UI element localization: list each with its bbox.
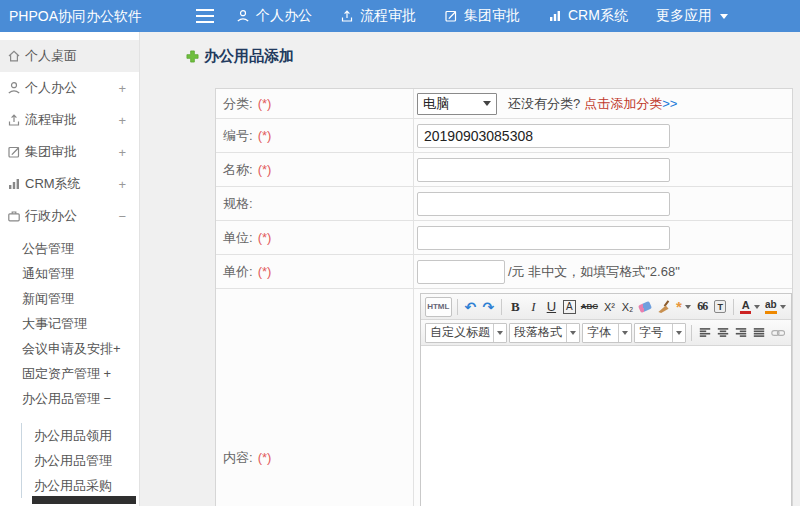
sidebar-item-label: 个人桌面: [25, 47, 77, 65]
sidebar-item-label: CRM系统: [25, 175, 81, 193]
bar-chart-icon: [548, 9, 562, 23]
chevron-down-icon: [720, 14, 728, 19]
dropdown-caret-icon: [685, 305, 691, 309]
expand-toggle[interactable]: +: [118, 113, 126, 128]
required-mark: (*): [258, 162, 272, 177]
sidebar-item-supplies-manage[interactable]: 办公用品管理: [22, 448, 139, 473]
autotypeset-button[interactable]: *: [674, 297, 692, 317]
strikethrough-button[interactable]: ABC: [579, 297, 599, 317]
editor-content-area[interactable]: [421, 346, 791, 506]
blockquote-button[interactable]: 66: [694, 297, 710, 317]
user-icon: [7, 81, 21, 95]
clipboard-icon: T: [714, 300, 726, 313]
italic-button[interactable]: I: [525, 297, 541, 317]
home-icon: [7, 49, 21, 63]
redo-button[interactable]: ↷: [480, 297, 496, 317]
insert-link-button[interactable]: [769, 323, 787, 343]
required-mark: (*): [258, 96, 272, 111]
sidebar-item-group-approval[interactable]: 集团审批 +: [0, 136, 139, 168]
sidebar-item-meeting-mgmt[interactable]: 会议申请及安排+: [0, 336, 139, 361]
spec-input[interactable]: [417, 192, 670, 216]
align-center-icon: [717, 326, 729, 339]
align-justify-button[interactable]: [751, 323, 767, 343]
magic-wand-icon: *: [676, 298, 682, 315]
subscript-button[interactable]: X₂: [619, 297, 635, 317]
form-row-spec: 规格:: [216, 187, 792, 221]
hamburger-menu-icon[interactable]: [196, 9, 214, 23]
topnav-label: 个人办公: [256, 7, 312, 25]
font-family-select[interactable]: 字体: [582, 323, 632, 343]
sidebar: 个人桌面 个人办公 + 流程审批 + 集团审批 + CRM系统 + 行政办公 −…: [0, 32, 140, 506]
highlight-color-button[interactable]: ab: [764, 297, 787, 317]
category-hint: 还没有分类?点击添加分类>>: [508, 95, 677, 113]
remove-format-button[interactable]: [637, 297, 653, 317]
sidebar-item-news-mgmt[interactable]: 新闻管理: [0, 286, 139, 311]
topnav-workflow-approval[interactable]: 流程审批: [340, 7, 416, 25]
expand-toggle[interactable]: +: [118, 81, 126, 96]
form-row-code: 编号:(*): [216, 119, 792, 153]
undo-button[interactable]: ↶: [462, 297, 478, 317]
format-brush-button[interactable]: [655, 297, 672, 317]
sidebar-item-notice-mgmt[interactable]: 通知管理: [0, 261, 139, 286]
font-size-select[interactable]: 字号: [634, 323, 686, 343]
add-plus-icon: [186, 50, 199, 63]
flow-upload-icon: [340, 9, 354, 23]
code-input[interactable]: [417, 124, 670, 148]
superscript-button[interactable]: X²: [601, 297, 617, 317]
bar-chart-icon: [7, 177, 21, 191]
underline-button[interactable]: U: [543, 297, 559, 317]
topnav-label: 流程审批: [360, 7, 416, 25]
dropdown-caret-icon: [622, 331, 628, 335]
eraser-icon: [638, 300, 652, 312]
paste-as-text-button[interactable]: T: [712, 297, 728, 317]
name-input[interactable]: [417, 158, 670, 182]
sidebar-item-assets-mgmt[interactable]: 固定资产管理 +: [0, 361, 139, 386]
user-icon: [236, 9, 250, 23]
expand-toggle[interactable]: +: [118, 177, 126, 192]
sidebar-item-events-mgmt[interactable]: 大事记管理: [0, 311, 139, 336]
form-row-name: 名称:(*): [216, 153, 792, 187]
toolbar-separator: [457, 299, 458, 315]
topnav-more-apps[interactable]: 更多应用: [656, 7, 728, 25]
topnav-crm[interactable]: CRM系统: [548, 7, 628, 25]
sidebar-item-supplies-mgmt[interactable]: 办公用品管理 −: [0, 386, 139, 411]
toolbar-separator: [501, 299, 502, 315]
sidebar-item-desktop[interactable]: 个人桌面: [0, 40, 139, 72]
sidebar-item-workflow-approval[interactable]: 流程审批 +: [0, 104, 139, 136]
flow-upload-icon: [7, 113, 21, 127]
expand-toggle[interactable]: +: [118, 145, 126, 160]
sidebar-item-supplies-claim[interactable]: 办公用品领用: [22, 423, 139, 448]
bold-button[interactable]: B: [507, 297, 523, 317]
topnav-personal-office[interactable]: 个人办公: [236, 7, 312, 25]
font-color-button[interactable]: A: [739, 297, 762, 317]
red-color-bar: [740, 311, 751, 314]
category-select[interactable]: 电脑: [417, 93, 497, 115]
price-input[interactable]: [417, 260, 505, 284]
sidebar-partial-hidden-item: [32, 496, 136, 504]
dropdown-caret-icon: [570, 331, 576, 335]
align-left-button[interactable]: [697, 323, 713, 343]
collapse-toggle[interactable]: −: [118, 209, 126, 224]
sidebar-item-announcement-mgmt[interactable]: 公告管理: [0, 236, 139, 261]
topnav-label: 集团审批: [464, 7, 520, 25]
edit-square-icon: [7, 145, 21, 159]
align-center-button[interactable]: [715, 323, 731, 343]
unit-input[interactable]: [417, 226, 670, 250]
align-right-button[interactable]: [733, 323, 749, 343]
add-category-link[interactable]: 点击添加分类: [584, 96, 662, 111]
content-label: 内容:(*): [216, 289, 414, 506]
char-border-button[interactable]: A: [563, 300, 576, 314]
custom-title-select[interactable]: 自定义标题: [425, 323, 507, 343]
paragraph-format-select[interactable]: 段落格式: [509, 323, 580, 343]
editor-toolbar-row2: 自定义标题 段落格式 字体 字号: [421, 320, 791, 346]
sidebar-item-admin-office[interactable]: 行政办公 −: [0, 200, 139, 232]
form-row-price: 单价:(*) /元 非中文，如填写格式"2.68": [216, 255, 792, 289]
sidebar-item-crm[interactable]: CRM系统 +: [0, 168, 139, 200]
topnav-group-approval[interactable]: 集团审批: [444, 7, 520, 25]
html-source-button[interactable]: HTML: [425, 297, 452, 317]
sidebar-item-supplies-purchase[interactable]: 办公用品采购: [22, 473, 139, 498]
add-category-arrows[interactable]: >>: [662, 96, 677, 111]
sidebar-item-personal-office[interactable]: 个人办公 +: [0, 72, 139, 104]
dropdown-caret-icon: [754, 305, 760, 309]
spec-label: 规格:: [216, 187, 414, 220]
